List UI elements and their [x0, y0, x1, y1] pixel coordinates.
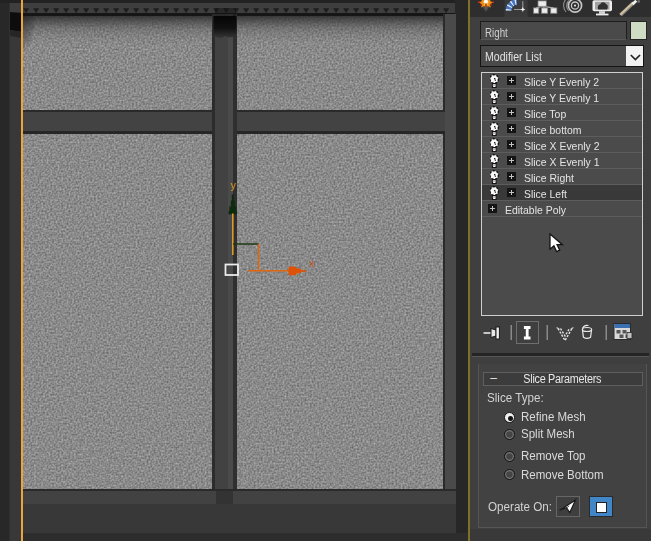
- svg-text:y: y: [231, 179, 237, 191]
- svg-text:x: x: [309, 258, 314, 269]
